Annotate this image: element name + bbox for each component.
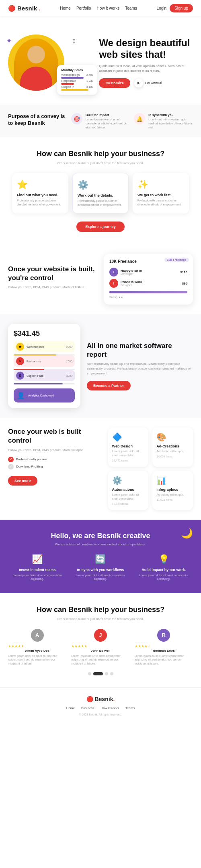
services-desc: Follow your web, BPM, CMS product. Morbi… xyxy=(8,448,102,453)
nav-home[interactable]: Home xyxy=(60,6,71,10)
finance-val-0: 2250 xyxy=(66,346,72,348)
hero-heading: We design beautiful web sites that! xyxy=(99,37,193,61)
services-section: Once your web is built control Follow yo… xyxy=(0,418,201,519)
feature-desc-2: Professionally pursue customer directed … xyxy=(137,199,184,207)
market-btn[interactable]: Become a Partner xyxy=(87,381,131,390)
market-right: All in one market software report Admini… xyxy=(87,342,193,390)
avatar-testimonial-2: R xyxy=(157,629,170,642)
nav-teams[interactable]: Teams xyxy=(125,6,137,10)
star-icon: ✦ xyxy=(6,37,12,45)
purpose-strip: Purpose of a convey is to keep Besnik 🎯 … xyxy=(0,105,201,137)
play-icon: ▶ xyxy=(134,79,143,87)
footer-link-1[interactable]: Business xyxy=(81,706,94,710)
hero-person xyxy=(14,39,58,91)
service-icon-3: 📊 xyxy=(156,476,189,485)
nav-portfolio[interactable]: Portfolio xyxy=(76,6,91,10)
feature-desc-1: Professionally pursue customer directed … xyxy=(78,199,123,207)
finance-bar-2 xyxy=(14,383,63,384)
finance-card: $341.45 ★ Weakenesses 2250 R Responsive … xyxy=(8,324,80,408)
finance-row-0: ★ Weakenesses 2250 xyxy=(14,341,75,352)
purpose-icon-1: 🎯 xyxy=(71,113,82,124)
testimonial-card-1: J ★★★★★ John Ed well Lorem ipsum dolor s… xyxy=(71,629,129,666)
freelance-price-0: $120 xyxy=(180,270,187,274)
purple-cards: 📈 Invest in talent teams Lorem ipsum dol… xyxy=(8,554,193,581)
services-btn[interactable]: See more xyxy=(8,476,37,486)
service-desc-3: Adipiscing elit tempor. xyxy=(156,493,189,497)
howcan-btn[interactable]: Explore a journey xyxy=(76,222,125,232)
testimonial-text-1: Lorem ipsum dolor sit amet consectetur a… xyxy=(71,654,129,666)
website-control-heading: Once your website is built, you're contr… xyxy=(8,265,97,283)
check-icon-0: ✓ xyxy=(8,457,14,462)
website-control-left: Once your website is built, you're contr… xyxy=(8,265,97,294)
market-heading: All in one market software report xyxy=(87,342,193,359)
hero-card-label-3: Support P. xyxy=(61,85,74,88)
footer-link-2[interactable]: How it works xyxy=(100,706,119,710)
finance-dot-0: ★ xyxy=(16,343,24,351)
service-count-3: 11,023 items xyxy=(156,498,189,501)
person-shirt xyxy=(20,67,52,91)
freelance-price-1: $95 xyxy=(182,282,187,285)
freelance-card: 10K Freelance 10K Freelance T Happyto si… xyxy=(104,254,193,305)
mic-icon: 🎙 xyxy=(72,39,77,45)
purple-section: 🌙 Hello, we are Besnik creative We are a… xyxy=(0,520,201,594)
service-title-0: Web Design xyxy=(112,444,145,448)
hero-content: We design beautiful web sites that! Qlor… xyxy=(93,37,193,88)
hero-card-title: Monthly Sales xyxy=(61,68,93,72)
footer-links: Home Business How it works Teams xyxy=(8,706,193,710)
finance-label-1: Responsive xyxy=(27,360,64,363)
dot-0[interactable] xyxy=(88,672,91,675)
moon-icon: 🌙 xyxy=(181,528,193,539)
purple-card-title-1: In-sync with you workflows xyxy=(71,568,129,572)
hero-card-val-2: 1,230 xyxy=(86,79,94,82)
hero-secondary-btn[interactable]: ▶ Go Annual xyxy=(134,79,162,87)
footer-logo: 🔴 Besnik. xyxy=(8,696,193,702)
service-count-2: 10,040 items xyxy=(112,502,145,505)
footer: 🔴 Besnik. Home Business How it works Tea… xyxy=(0,687,201,724)
footer-link-0[interactable]: Home xyxy=(66,706,75,710)
feature-icon-2: ✨ xyxy=(137,179,184,190)
website-control-desc: Follow your web, BPM, CMS product. Morbi… xyxy=(8,285,97,290)
purple-icon-2: 💡 xyxy=(135,554,193,565)
signup-button[interactable]: Sign up xyxy=(170,4,193,12)
testimonial-name-0: Amlin Ayco Dos xyxy=(8,649,66,653)
dot-1[interactable] xyxy=(93,672,103,675)
hero-primary-btn[interactable]: Customize xyxy=(99,78,130,88)
service-card-2: ⚙️ Automations Lorem ipsum dolor sit ame… xyxy=(108,471,149,510)
services-left: Once your web is built control Follow yo… xyxy=(8,427,102,485)
freelance-person-0: T Happyto sit in Developer $120 xyxy=(109,268,187,276)
purple-card-title-0: Invest in talent teams xyxy=(8,568,66,572)
testimonial-dots xyxy=(8,672,193,675)
freelance-person-1: I I want to work Designer $95 xyxy=(109,279,187,288)
feature-desc-0: Professionally pursue customer directed … xyxy=(17,199,64,207)
service-title-2: Automations xyxy=(112,488,145,492)
navbar: 🔴 Besnik. Home Portfolio How it works Te… xyxy=(0,0,201,16)
purple-card-desc-0: Lorem ipsum dolor sit amet consectetur a… xyxy=(8,573,66,581)
purpose-desc-1: Lorem ipsum dolor sit amet consectetur a… xyxy=(86,118,130,129)
avatar-testimonial-1: J xyxy=(94,629,107,642)
freelance-bar xyxy=(109,291,187,293)
hero-card-label-2: Responsive xyxy=(61,79,76,82)
dot-2[interactable] xyxy=(105,672,108,675)
website-control-right: 10K Freelance 10K Freelance T Happyto si… xyxy=(104,254,193,305)
finance-label-2: Support Pack xyxy=(27,374,64,377)
testimonial-sub: Other website builders just don't have t… xyxy=(8,617,193,621)
finance-val-2: 3200 xyxy=(66,374,72,377)
logo-text: Besnik xyxy=(17,5,37,12)
market-section: $341.45 ★ Weakenesses 2250 R Responsive … xyxy=(0,314,201,418)
purple-heading: Hello, we are Besnik creative xyxy=(8,532,193,540)
dot-3[interactable] xyxy=(110,672,113,675)
finance-footer-text: Analytics Dashboard xyxy=(28,394,54,397)
service-desc-0: Lorem ipsum dolor sit amet consectetur. xyxy=(112,449,145,457)
service-card-3: 📊 Infographics Adipiscing elit tempor. 1… xyxy=(152,471,193,510)
service-icon-0: 🔷 xyxy=(112,432,145,442)
footer-logo-text: Besnik xyxy=(95,696,113,702)
freelance-name-0: Happyto sit in xyxy=(121,269,178,272)
hero-description: Qloris amet velit lacus, at velit luptat… xyxy=(99,64,193,73)
nav-actions: Login Sign up xyxy=(157,4,193,12)
nav-how-it-works[interactable]: How it works xyxy=(97,6,120,10)
hero-card-row-1: Websitedesign 2,450 xyxy=(61,73,93,76)
avatar-1: I xyxy=(109,279,118,288)
login-button[interactable]: Login xyxy=(157,6,166,10)
purple-card-title-2: Build impact by our work. xyxy=(135,568,193,572)
footer-link-3[interactable]: Teams xyxy=(125,706,135,710)
